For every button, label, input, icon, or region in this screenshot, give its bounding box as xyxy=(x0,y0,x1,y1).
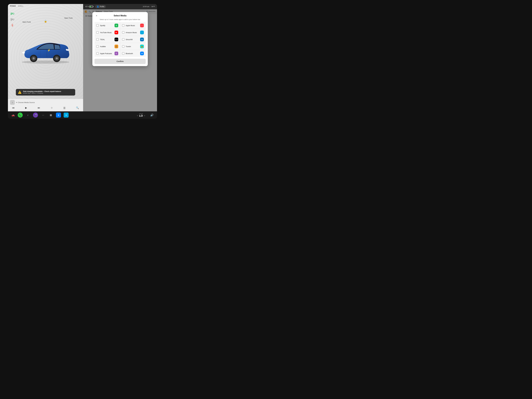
select-media-modal: × Select Media Select up to 3 more media… xyxy=(92,12,148,66)
media-item-amazon[interactable]: Amazon Music ♪ xyxy=(120,29,146,36)
siriusxm-icon: S xyxy=(140,38,144,41)
audible-label: Audible xyxy=(100,45,106,48)
music-note-button[interactable]: ♪ xyxy=(25,113,30,118)
right-top-bar: 45 % 👤 Profile 10:54 am · 64°F xyxy=(83,4,157,9)
more-apps-button[interactable]: ··· xyxy=(41,113,46,118)
rear-lights-icon[interactable] xyxy=(10,18,15,21)
lock-icon[interactable]: 🔓 xyxy=(44,20,47,23)
open-frunk-button[interactable]: Open Frunk xyxy=(22,21,31,23)
gear-right-arrow[interactable]: > xyxy=(144,114,145,117)
phone-button[interactable]: 📞 xyxy=(18,113,23,118)
media-source-row: ♪ ✦ Choose Media Source xyxy=(10,100,81,105)
tesla-screen: PRND CHILL xyxy=(8,4,157,119)
spotify-checkbox[interactable] xyxy=(96,24,99,27)
audible-checkbox[interactable] xyxy=(96,45,99,48)
equalizer-button[interactable]: ||| xyxy=(62,106,66,110)
profile-icon: 👤 xyxy=(97,6,99,8)
profile-button[interactable]: 👤 Profile xyxy=(95,5,106,8)
amazon-label: Amazon Music xyxy=(126,32,137,33)
apple-music-label: Apple Music xyxy=(126,25,135,26)
seatbelt-icon[interactable] xyxy=(10,24,15,27)
bluetooth-checkbox[interactable] xyxy=(122,52,124,55)
youtube-icon: ▶ xyxy=(114,31,118,34)
svg-point-18 xyxy=(22,61,69,64)
svg-point-15 xyxy=(56,57,58,59)
volume-button[interactable]: 🔊 xyxy=(149,113,154,118)
modal-subtitle: Select up to 3 more media apps to add to… xyxy=(92,19,148,22)
profile-label: Profile xyxy=(100,6,104,7)
current-time: 10:54 am xyxy=(143,6,149,7)
svg-rect-2 xyxy=(11,14,12,15)
media-grid: Spotify S Apple Music ♪ xyxy=(95,22,146,57)
favorite-button[interactable]: ☆ xyxy=(50,106,54,110)
tunein-checkbox[interactable] xyxy=(122,45,124,48)
charge-main-text: Paid charging unavailable – Check unpaid… xyxy=(23,90,61,92)
siriusxm-checkbox[interactable] xyxy=(122,38,124,41)
media-source-label[interactable]: ✦ Choose Media Source xyxy=(16,101,35,103)
svg-point-3 xyxy=(13,13,14,14)
svg-rect-0 xyxy=(11,13,13,13)
music-icon: ♪ xyxy=(10,100,15,105)
temperature: 64°F xyxy=(152,6,155,7)
bluetooth-icon: ʙ xyxy=(140,52,144,55)
media-item-siriusxm[interactable]: SiriusXM S xyxy=(120,36,146,43)
tidal-icon: ∿∿ xyxy=(114,38,118,41)
car-graphic: ⚡ xyxy=(20,37,71,65)
media-item-youtube[interactable]: YouTube Music ▶ xyxy=(95,29,120,36)
youtube-checkbox[interactable] xyxy=(96,31,99,34)
radio-content: 📶 🔍 ☰ Stations Direct Tune 🎵 PANDORA All… xyxy=(83,9,157,111)
microphone-button[interactable]: 🎤 xyxy=(33,113,38,118)
tidal-checkbox[interactable] xyxy=(96,38,99,41)
car-home-button[interactable]: 🚗 xyxy=(11,113,16,118)
media-item-podcasts[interactable]: Apple Podcasts 🎙 xyxy=(95,50,120,57)
prnd-display: PRND xyxy=(10,5,16,7)
svg-point-8 xyxy=(12,24,13,25)
tunein-icon: 📻 xyxy=(140,44,144,48)
podcasts-checkbox[interactable] xyxy=(96,52,99,55)
next-track-button[interactable]: ⏭ xyxy=(37,106,41,110)
amazon-checkbox[interactable] xyxy=(122,31,124,34)
svg-point-12 xyxy=(33,57,35,59)
svg-rect-4 xyxy=(11,19,13,19)
left-media-bar: ♪ ✦ Choose Media Source ⏮ ▶ ⏭ ☆ ||| 🔍 xyxy=(8,99,83,111)
svg-rect-6 xyxy=(11,20,12,21)
manual-label: Manual xyxy=(137,113,145,114)
apple-music-icon: ♪ xyxy=(140,24,144,27)
podcasts-icon: 🎙 xyxy=(114,52,118,55)
gear-left-arrow[interactable]: < xyxy=(137,114,138,117)
headlights-icon[interactable] xyxy=(10,12,15,16)
play-button[interactable]: ▶ xyxy=(24,106,28,110)
modal-close-button[interactable]: × xyxy=(95,14,98,17)
prev-track-button[interactable]: ⏮ xyxy=(11,106,16,110)
tidal-label: TIDAL xyxy=(100,38,105,40)
svg-rect-1 xyxy=(11,14,13,14)
modal-overlay: × Select Media Select up to 3 more media… xyxy=(83,9,157,111)
media-item-tidal[interactable]: TIDAL ∿∿ xyxy=(95,36,120,43)
media-item-spotify[interactable]: Spotify S xyxy=(95,22,120,29)
charge-notification: ⚠️ Paid charging unavailable – Check unp… xyxy=(16,89,75,95)
time-temperature: 10:54 am · 64°F xyxy=(143,6,155,7)
bluetooth-bar-button[interactable]: ʙ xyxy=(56,113,61,118)
audible-icon: 🎧 xyxy=(114,44,118,48)
battery-indicator: 45 % xyxy=(85,6,93,7)
gear-selector: Manual < LO > xyxy=(137,113,145,117)
app-grid-button[interactable]: ▦ xyxy=(48,113,53,118)
confirm-button[interactable]: Confirm xyxy=(95,59,146,64)
bottom-bar: 🚗 📞 ♪ 🎤 ··· ▦ ʙ S Manual < LO > 🔊 xyxy=(8,111,157,119)
media-item-tunein[interactable]: TuneIn 📻 xyxy=(120,43,146,50)
battery-percent: 45 % xyxy=(85,6,89,7)
apple-music-checkbox[interactable] xyxy=(122,24,124,27)
siriusxm-bar-button[interactable]: S xyxy=(63,113,69,118)
svg-point-7 xyxy=(13,19,14,20)
open-trunk-button[interactable]: Open Trunk xyxy=(64,17,73,19)
siriusxm-label: SiriusXM xyxy=(126,38,133,40)
spotify-icon: S xyxy=(114,24,118,27)
gear-display: LO xyxy=(139,114,143,117)
search-button[interactable]: 🔍 xyxy=(75,106,80,110)
media-item-bluetooth[interactable]: Bluetooth ʙ xyxy=(120,50,146,57)
media-item-apple-music[interactable]: Apple Music ♪ xyxy=(120,22,146,29)
modal-title: Select Media xyxy=(98,14,142,17)
media-item-audible[interactable]: Audible 🎧 xyxy=(95,43,120,50)
tunein-label: TuneIn xyxy=(126,45,131,48)
battery-icon xyxy=(89,6,93,7)
